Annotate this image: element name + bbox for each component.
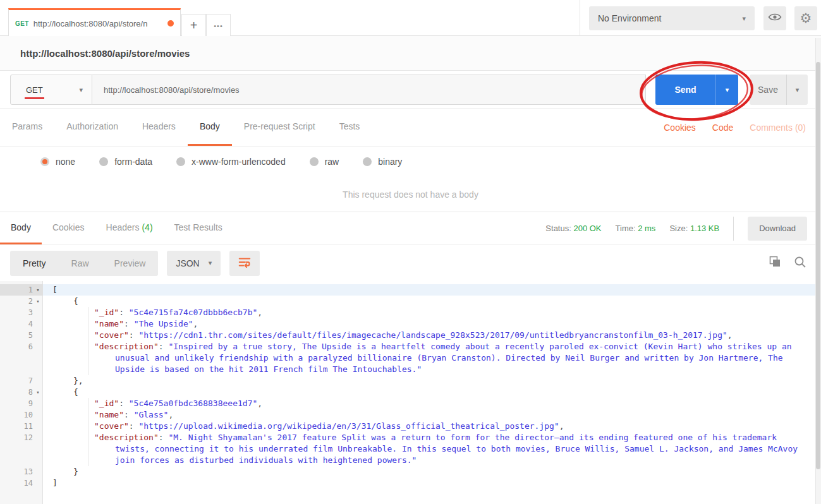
request-title-bar: http://localhost:8080/api/store/movies: [0, 36, 821, 71]
radio-label: x-www-form-urlencoded: [192, 157, 286, 167]
more-tabs-button[interactable]: •••: [206, 14, 231, 37]
line-number-gutter: 1▾: [0, 284, 43, 296]
save-button[interactable]: Save: [750, 75, 786, 105]
code-lines: 1▾[2▾{3"_id": "5c4e715fa74c07dbbb6ecb7b"…: [0, 284, 821, 489]
line-number: 4: [28, 318, 33, 330]
code-line: 3"_id": "5c4e715fa74c07dbbb6ecb7b",: [0, 307, 821, 318]
search-button[interactable]: [793, 255, 807, 272]
radio-icon: [310, 157, 319, 166]
wrap-text-button[interactable]: [229, 251, 260, 276]
send-button[interactable]: Send: [655, 75, 715, 105]
radio-x-www-form-urlencoded[interactable]: x-www-form-urlencoded: [176, 157, 286, 167]
fold-arrow-icon[interactable]: ▾: [33, 296, 43, 307]
comments-link[interactable]: Comments (0): [750, 123, 806, 133]
code-link[interactable]: Code: [712, 123, 733, 133]
code-text: {: [43, 387, 821, 398]
code-text: {: [43, 296, 821, 307]
code-line: 1▾[: [0, 284, 821, 296]
code-text: "cover": "https://cdn1.thr.com/sites/def…: [43, 330, 821, 341]
size-badge: Size: 1.13 KB: [669, 224, 719, 233]
settings-button[interactable]: ⚙: [794, 6, 817, 30]
code-line: 13}: [0, 466, 821, 477]
tab-params[interactable]: Params: [0, 109, 54, 146]
code-text: "cover": "https://upload.wikimedia.org/w…: [43, 421, 821, 432]
gear-icon: ⚙: [800, 11, 812, 26]
line-number-gutter: 9: [0, 398, 43, 409]
line-number-gutter: 11: [0, 421, 43, 432]
code-line: 2▾{: [0, 296, 821, 307]
line-number-gutter: 7: [0, 375, 43, 387]
copy-button[interactable]: [768, 255, 782, 272]
radio-icon: [40, 157, 49, 166]
request-title: http://localhost:8080/api/store/movies: [20, 48, 190, 59]
tab-body[interactable]: Body: [188, 109, 232, 146]
download-button[interactable]: Download: [748, 217, 807, 241]
save-options-button[interactable]: ▾: [786, 75, 808, 105]
view-raw[interactable]: Raw: [59, 258, 102, 268]
radio-label: binary: [378, 157, 402, 167]
radio-icon: [363, 157, 372, 166]
environment-quicklook-button[interactable]: [763, 6, 786, 30]
response-tab-test-results[interactable]: Test Results: [164, 212, 233, 244]
code-text: "description": "M. Night Shyamalan's 201…: [43, 432, 821, 466]
headers-count: (4): [142, 222, 152, 232]
line-number-gutter: 10: [0, 409, 43, 421]
response-header: Body Cookies Headers (4) Test Results St…: [0, 212, 821, 245]
code-text: "name": "Glass",: [43, 409, 821, 421]
view-mode-switch: Pretty Raw Preview: [10, 251, 158, 276]
code-text: "name": "The Upside",: [43, 318, 821, 330]
environment-label: No Environment: [598, 13, 661, 23]
headers-label: Headers: [106, 222, 140, 232]
code-line: 5"cover": "https://cdn1.thr.com/sites/de…: [0, 330, 821, 341]
code-line: 9"_id": "5c4e75a0fbdc368838eee1d7",: [0, 398, 821, 409]
radio-none[interactable]: none: [40, 157, 75, 167]
code-line: 10"name": "Glass",: [0, 409, 821, 421]
format-selector[interactable]: JSON ▾: [167, 251, 221, 276]
empty-body-message: This request does not have a body: [0, 177, 821, 212]
radio-icon: [99, 157, 108, 166]
scrollbar-thumb[interactable]: [816, 62, 820, 469]
response-toolbar: Pretty Raw Preview JSON ▾: [0, 245, 821, 281]
method-selector[interactable]: GET ▾: [10, 75, 92, 105]
body-type-options: none form-data x-www-form-urlencoded raw…: [0, 147, 821, 177]
method-label: GET: [26, 85, 43, 95]
response-body-viewer[interactable]: 1▾[2▾{3"_id": "5c4e715fa74c07dbbb6ecb7b"…: [0, 281, 821, 504]
cookies-link[interactable]: Cookies: [664, 123, 696, 133]
send-options-button[interactable]: ▾: [715, 75, 738, 105]
tab-authorization[interactable]: Authorization: [54, 109, 130, 146]
radio-raw[interactable]: raw: [310, 157, 339, 167]
code-line: 12"description": "M. Night Shyamalan's 2…: [0, 432, 821, 466]
tab-headers[interactable]: Headers: [130, 109, 188, 146]
code-text: "_id": "5c4e75a0fbdc368838eee1d7",: [43, 398, 821, 409]
line-number: 3: [28, 307, 33, 318]
request-tab[interactable]: GET http://localhost:8080/api/store/n: [8, 8, 181, 37]
chevron-down-icon: ▾: [742, 15, 746, 23]
fold-arrow-icon[interactable]: ▾: [33, 387, 43, 398]
line-number-gutter: 12: [0, 432, 43, 466]
header-bar: GET http://localhost:8080/api/store/n + …: [0, 0, 821, 36]
response-tab-cookies[interactable]: Cookies: [42, 212, 95, 244]
radio-form-data[interactable]: form-data: [99, 157, 152, 167]
environment-selector[interactable]: No Environment ▾: [589, 6, 755, 30]
request-builder: GET ▾ Send ▾ Save ▾: [0, 71, 821, 109]
tab-pre-request-script[interactable]: Pre-request Script: [232, 109, 327, 146]
time-badge: Time: 2 ms: [616, 224, 656, 233]
view-preview[interactable]: Preview: [102, 258, 159, 268]
new-tab-button[interactable]: +: [181, 14, 206, 37]
radio-binary[interactable]: binary: [363, 157, 402, 167]
url-input[interactable]: [92, 75, 646, 105]
line-number: 10: [24, 409, 33, 421]
view-pretty[interactable]: Pretty: [10, 258, 59, 268]
code-line: 11"cover": "https://upload.wikimedia.org…: [0, 421, 821, 432]
response-tab-headers[interactable]: Headers (4): [95, 212, 164, 244]
response-tab-body[interactable]: Body: [0, 212, 42, 244]
wrap-text-icon: [238, 255, 252, 272]
line-number: 1: [28, 284, 33, 296]
fold-arrow-icon[interactable]: ▾: [33, 284, 43, 296]
radio-label: none: [56, 157, 75, 167]
line-number-gutter: 8▾: [0, 387, 43, 398]
tab-tests[interactable]: Tests: [327, 109, 372, 146]
line-number: 7: [28, 375, 33, 387]
code-text: [: [43, 284, 821, 296]
vertical-scrollbar[interactable]: [815, 38, 821, 504]
